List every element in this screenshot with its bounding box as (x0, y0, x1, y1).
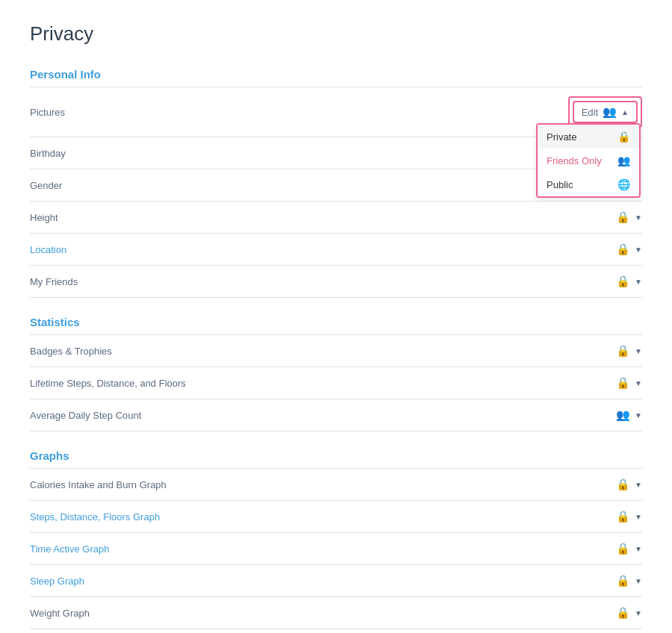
weight-lock-icon: 🔒 (616, 606, 630, 620)
height-control[interactable]: 🔒 ▼ (616, 211, 642, 224)
steps-graph-label: Steps, Distance, Floors Graph (30, 511, 160, 523)
sleep-lock-icon: 🔒 (616, 574, 630, 587)
lifetime-steps-control[interactable]: 🔒 ▼ (616, 376, 642, 390)
height-label: Height (30, 212, 58, 223)
location-control[interactable]: 🔒 ▼ (616, 243, 642, 256)
section-personal-info: Personal Info Pictures Edit 👥 ▲ Private … (30, 68, 642, 298)
time-active-arrow-icon[interactable]: ▼ (635, 545, 642, 553)
steps-graph-control[interactable]: 🔒 ▼ (616, 510, 642, 523)
badges-arrow-icon[interactable]: ▼ (635, 347, 642, 355)
sleep-label: Sleep Graph (30, 576, 84, 587)
my-friends-control[interactable]: 🔒 ▼ (616, 275, 642, 288)
row-badges: Badges & Trophies 🔒 ▼ (30, 335, 642, 367)
graphs-list: Calories Intake and Burn Graph 🔒 ▼ Steps… (30, 468, 642, 629)
calories-control[interactable]: 🔒 ▼ (616, 478, 642, 491)
private-lock-icon: 🔒 (617, 131, 630, 143)
sleep-arrow-icon[interactable]: ▼ (635, 577, 642, 585)
location-lock-icon: 🔒 (616, 243, 630, 256)
section-title-personal-info: Personal Info (30, 68, 642, 81)
arrow-up-icon: ▲ (621, 108, 629, 116)
row-location: Location 🔒 ▼ (30, 234, 642, 266)
avg-daily-control[interactable]: 👥 ▼ (616, 408, 642, 422)
avg-daily-arrow-icon[interactable]: ▼ (635, 411, 642, 420)
friends-only-icon: 👥 (617, 155, 630, 166)
edit-label: Edit (582, 107, 598, 118)
lifetime-steps-label: Lifetime Steps, Distance, and Floors (30, 378, 186, 389)
calories-lock-icon: 🔒 (616, 478, 630, 491)
lifetime-arrow-icon[interactable]: ▼ (635, 379, 642, 387)
row-weight: Weight Graph 🔒 ▼ (30, 597, 642, 629)
location-label: Location (30, 244, 66, 255)
pictures-edit-button[interactable]: Edit 👥 ▲ (573, 101, 638, 123)
sleep-control[interactable]: 🔒 ▼ (616, 574, 642, 587)
private-label: Private (547, 131, 576, 143)
badges-control[interactable]: 🔒 ▼ (616, 344, 642, 358)
pictures-label: Pictures (30, 107, 65, 118)
my-friends-label: My Friends (30, 276, 78, 287)
row-calories: Calories Intake and Burn Graph 🔒 ▼ (30, 469, 642, 501)
row-height: Height 🔒 ▼ (30, 202, 642, 234)
height-lock-icon: 🔒 (616, 211, 630, 224)
section-statistics: Statistics Badges & Trophies 🔒 ▼ Lifetim… (30, 316, 642, 431)
row-lifetime-steps: Lifetime Steps, Distance, and Floors 🔒 ▼ (30, 367, 642, 399)
section-graphs: Graphs Calories Intake and Burn Graph 🔒 … (30, 449, 642, 629)
friends-only-label: Friends Only (547, 155, 602, 166)
row-pictures: Pictures Edit 👥 ▲ Private 🔒 Friends Only… (30, 87, 642, 137)
calories-arrow-icon[interactable]: ▼ (635, 481, 642, 489)
dropdown-option-friends[interactable]: Friends Only 👥 (538, 149, 639, 172)
privacy-dropdown-menu: Private 🔒 Friends Only 👥 Public 🌐 (536, 123, 641, 198)
calories-label: Calories Intake and Burn Graph (30, 479, 167, 490)
public-globe-icon: 🌐 (617, 178, 630, 190)
time-active-control[interactable]: 🔒 ▼ (616, 542, 642, 555)
birthday-label: Birthday (30, 148, 66, 159)
avg-daily-label: Average Daily Step Count (30, 410, 141, 421)
pictures-control[interactable]: Edit 👥 ▲ Private 🔒 Friends Only 👥 Public (568, 96, 642, 128)
dropdown-option-public[interactable]: Public 🌐 (538, 172, 639, 196)
lifetime-lock-icon: 🔒 (616, 376, 630, 390)
my-friends-arrow-icon[interactable]: ▼ (635, 278, 642, 286)
weight-label: Weight Graph (30, 608, 90, 619)
friends-icon-pictures: 👥 (603, 105, 617, 119)
time-active-label: Time Active Graph (30, 543, 109, 555)
section-title-graphs: Graphs (30, 449, 642, 462)
row-avg-daily: Average Daily Step Count 👥 ▼ (30, 399, 642, 431)
section-title-statistics: Statistics (30, 316, 642, 328)
time-active-lock-icon: 🔒 (616, 542, 630, 555)
row-time-active: Time Active Graph 🔒 ▼ (30, 533, 642, 565)
steps-graph-arrow-icon[interactable]: ▼ (635, 513, 642, 521)
page-title: Privacy (30, 22, 642, 46)
row-sleep: Sleep Graph 🔒 ▼ (30, 565, 642, 597)
public-label: Public (547, 179, 573, 190)
row-my-friends: My Friends 🔒 ▼ (30, 266, 642, 298)
personal-info-list: Pictures Edit 👥 ▲ Private 🔒 Friends Only… (30, 87, 642, 298)
weight-control[interactable]: 🔒 ▼ (616, 606, 642, 620)
height-arrow-icon[interactable]: ▼ (635, 213, 642, 222)
location-arrow-icon[interactable]: ▼ (635, 246, 642, 254)
dropdown-option-private[interactable]: Private 🔒 (538, 125, 639, 149)
gender-label: Gender (30, 180, 62, 191)
badges-label: Badges & Trophies (30, 346, 112, 357)
statistics-list: Badges & Trophies 🔒 ▼ Lifetime Steps, Di… (30, 334, 642, 431)
my-friends-lock-icon: 🔒 (616, 275, 630, 288)
avg-daily-friends-icon: 👥 (616, 408, 630, 422)
steps-graph-lock-icon: 🔒 (616, 510, 630, 523)
badges-lock-icon: 🔒 (616, 344, 630, 358)
row-steps-graph: Steps, Distance, Floors Graph 🔒 ▼ (30, 501, 642, 533)
weight-arrow-icon[interactable]: ▼ (635, 609, 642, 617)
